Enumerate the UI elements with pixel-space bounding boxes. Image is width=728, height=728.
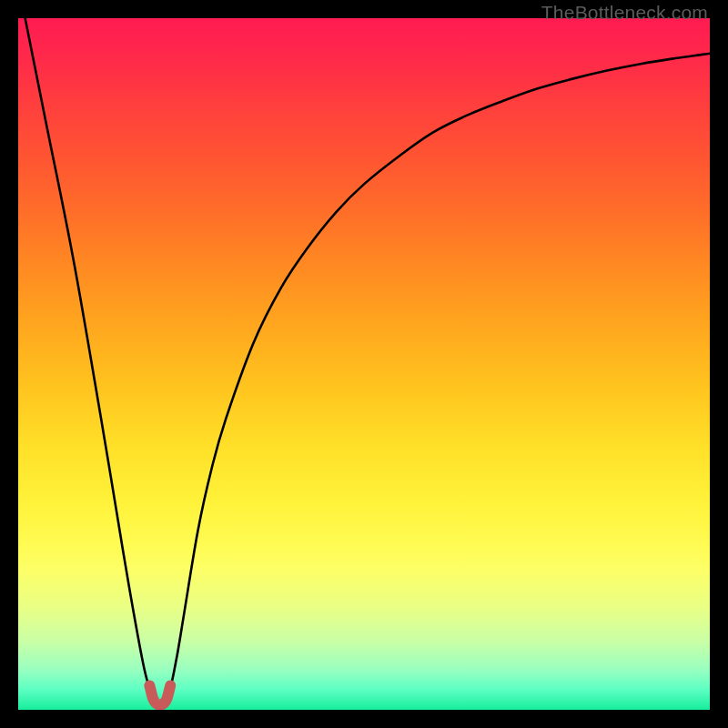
chart-frame: TheBottleneck.com bbox=[0, 0, 728, 728]
curve-svg bbox=[18, 18, 710, 710]
plot-area bbox=[18, 18, 710, 710]
watermark-text: TheBottleneck.com bbox=[541, 2, 708, 24]
bottleneck-curve bbox=[25, 18, 710, 707]
highlight-bump bbox=[149, 685, 170, 704]
